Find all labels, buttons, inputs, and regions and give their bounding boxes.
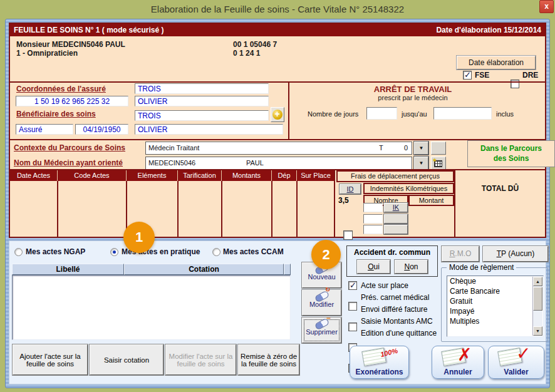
total-du-label: TOTAL DÛ — [455, 184, 545, 193]
radio-ccam[interactable] — [212, 248, 220, 256]
divider — [10, 81, 545, 83]
list-item[interactable]: Chèque — [447, 276, 543, 286]
add-beneficiary-button[interactable] — [271, 107, 284, 122]
exonerations-button[interactable]: 100% Exonérations — [350, 346, 409, 379]
ajouter-acte-button[interactable]: Ajouter l'acte sur la feuille de soins — [13, 344, 88, 375]
contexte-parcours-combo[interactable]: Médecin Traitant T 0 — [145, 142, 412, 155]
nouveau-label: Nouveau — [303, 273, 341, 281]
fse-checkbox[interactable] — [463, 71, 472, 80]
accident-oui-button[interactable]: Oui — [357, 260, 390, 274]
ik-button-2[interactable] — [384, 214, 408, 224]
modifier-button[interactable]: ↻ Modifier — [302, 290, 341, 316]
new-doctor-button[interactable]: ✶ — [431, 157, 446, 170]
col-elements: Eléments — [127, 170, 178, 181]
medecin-name: MEDECIN5046 — [148, 159, 195, 167]
remise-zero-button[interactable]: Remise à zéro de la feuille de soins — [238, 344, 299, 375]
exonerations-label: Exonérations — [350, 368, 408, 376]
ik-button-3[interactable] — [384, 225, 408, 234]
jusquau-input[interactable] — [433, 107, 492, 120]
rmo-text: .M.O — [455, 249, 471, 258]
scrollbar[interactable]: ▲ ▼ — [532, 277, 542, 336]
birthdate-field[interactable]: 04/19/1950 — [75, 124, 128, 135]
radio-pratique[interactable] — [110, 248, 118, 256]
divider — [454, 170, 455, 237]
list-item[interactable]: Impayé — [447, 306, 543, 316]
step-badge-1: 1 — [123, 222, 155, 253]
list-scroll-strip — [284, 264, 291, 275]
beneficiary-name-field[interactable]: TROIS — [135, 110, 269, 121]
col-date-actes: Date Actes — [10, 170, 58, 181]
supprimer-label: Supprimer — [303, 328, 341, 336]
valider-button[interactable]: ✓ Valider — [488, 346, 544, 379]
modifier-acte-button[interactable]: Modifier l'acte sur la feuille de soins — [165, 344, 236, 375]
rmo-button[interactable]: R.M.O — [442, 246, 479, 262]
ik-checkbox[interactable] — [343, 230, 353, 240]
scroll-up-icon[interactable]: ▲ — [533, 277, 542, 286]
acte-sur-place-checkbox[interactable] — [348, 281, 357, 290]
envoi-differe-checkbox[interactable] — [348, 322, 357, 331]
list-item[interactable]: Carte Bancaire — [447, 286, 543, 296]
annuler-button[interactable]: ✗ Annuler — [432, 346, 484, 379]
list-item[interactable]: Gratuit — [447, 296, 543, 306]
ik-input-2[interactable] — [363, 214, 383, 224]
mode-reglement-title: Mode de règlement — [447, 263, 516, 272]
col-dep: Dép — [272, 170, 297, 181]
scroll-thumb[interactable] — [533, 287, 542, 311]
id-button[interactable]: ID — [340, 184, 361, 194]
insured-name-field[interactable]: TROIS — [135, 83, 269, 94]
acte-sur-place-label: Acte sur place — [361, 281, 408, 290]
divider — [271, 181, 272, 237]
supprimer-button[interactable]: − Supprimer — [302, 317, 341, 343]
chevron-down-icon[interactable]: ▼ — [414, 157, 428, 170]
ik-button-label: IK — [393, 204, 399, 211]
accident-non-button[interactable]: Non — [395, 260, 428, 274]
medecin-firstname: PAUL — [246, 159, 264, 167]
list-item[interactable]: Multiples — [447, 316, 543, 326]
radio-ccam-label: Mes actes CCAM — [223, 247, 284, 256]
ik-input-1[interactable] — [363, 203, 383, 212]
chevron-down-icon[interactable]: ▼ — [414, 142, 428, 155]
ik-button[interactable]: IK — [384, 203, 408, 212]
close-icon[interactable]: x — [539, 0, 554, 13]
nir-field[interactable]: 1 50 19 62 965 225 32 — [16, 96, 128, 106]
divider — [334, 170, 335, 237]
dans-parcours-box[interactable]: Dans le Parcours des Soins — [467, 140, 555, 167]
annuler-label: Annuler — [432, 368, 484, 376]
non-text: on — [410, 262, 418, 271]
jusquau-label: jusqu'au — [402, 110, 427, 118]
carnet-medical-label: Prés. carnet médical — [361, 293, 429, 302]
arret-travail-subtitle: prescrit par le médecin — [289, 94, 536, 101]
col-montants: Montants — [222, 170, 272, 181]
step-badge-2: 2 — [311, 240, 341, 269]
tp-text2: P (Aucun) — [501, 249, 534, 258]
insured-firstname-field[interactable]: OLIVIER — [135, 96, 269, 106]
medecin-oriente-combo[interactable]: MEDECIN5046 PAUL — [145, 157, 412, 170]
date-elaboration-button[interactable]: Date élaboration — [457, 56, 536, 70]
list-header-cotation[interactable]: Cotation — [124, 264, 284, 275]
modifier-label: Modifier — [303, 301, 341, 308]
list-header-libelle[interactable]: Libellé — [12, 264, 124, 275]
saisir-cotation-button[interactable]: Saisir cotation — [90, 344, 163, 375]
tp-button[interactable]: TP (Aucun) — [483, 246, 548, 262]
feuille-de-soins-panel: FEUILLE DE SOINS N° 1 ( mode sécurisé ) … — [9, 23, 546, 238]
montant-header: Montant — [408, 195, 454, 206]
envoi-differe-label: Envoi différé facture — [361, 305, 428, 314]
fse-label: FSE — [475, 71, 489, 80]
window-title: Elaboration de la Feuille de soins - Car… — [0, 0, 555, 14]
contexte-extra-button[interactable] — [431, 142, 446, 155]
actes-list-body[interactable] — [12, 275, 291, 340]
carnet-medical-checkbox[interactable] — [348, 302, 357, 311]
window-titlebar: Elaboration de la Feuille de soins - Car… — [0, 0, 555, 19]
scroll-down-icon[interactable]: ▼ — [533, 326, 542, 336]
dre-label: DRE — [522, 71, 538, 80]
mode-reglement-list[interactable]: Chèque Carte Bancaire Gratuit Impayé Mul… — [447, 276, 544, 337]
radio-ngap[interactable] — [14, 248, 23, 256]
ik-header: Indemnités Kilométriques — [363, 183, 454, 194]
col-tarification: Tarification — [178, 170, 222, 181]
quality-field[interactable]: Assuré — [16, 124, 73, 135]
ik-input-3[interactable] — [363, 225, 383, 234]
fs-elaboration-date: Date d'élaboration 15/12/2014 — [436, 26, 541, 34]
actes-panel: Mes actes NGAP Mes actes en pratique Mes… — [9, 240, 546, 384]
nombre-jours-input[interactable] — [366, 107, 397, 120]
beneficiary-firstname-field[interactable]: OLIVIER — [135, 124, 283, 135]
